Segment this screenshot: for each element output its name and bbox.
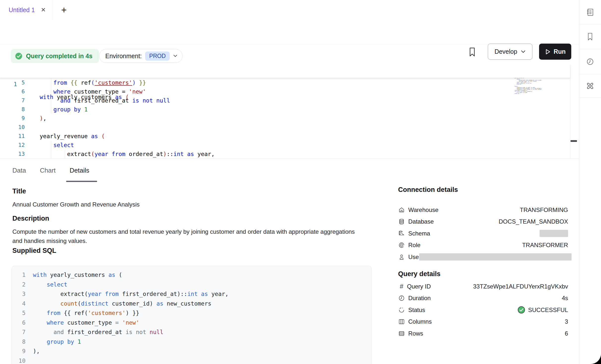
code-text: yearly_revenue as ( — [40, 132, 105, 141]
connection-row-warehouse: Warehouse TRANSFORMING — [398, 204, 568, 216]
supplied-sql-line: 7 and first_ordered_at is not null — [12, 327, 371, 337]
connection-row-database: Database DOCS_TEAM_SANDBOX — [398, 216, 568, 228]
query-id-value: 33TZseWpe1ALFDUYerxR1gVKxbv — [473, 283, 568, 290]
new-tab-button[interactable]: + — [56, 0, 71, 20]
code-text: and first_ordered_at is not null — [33, 327, 163, 337]
close-tab-icon[interactable]: ✕ — [41, 6, 46, 13]
run-button[interactable]: Run — [539, 44, 571, 60]
line-number: 9 — [12, 346, 26, 356]
supplied-sql-line: 10 — [12, 356, 371, 364]
editor-tab-bar: Untitled 1 ✕ + — [0, 0, 579, 20]
run-label: Run — [554, 48, 566, 55]
connection-row-role: Role TRANSFORMER — [398, 239, 568, 251]
schema-icon — [398, 230, 405, 237]
title-heading: Title — [12, 187, 26, 195]
supplied-sql-line: 1with yearly_customers as ( — [12, 270, 371, 280]
environment-selector[interactable]: Environment: PROD — [99, 49, 183, 63]
connection-row-schema: Schema — [398, 228, 568, 239]
develop-dropdown-button[interactable]: Develop — [488, 44, 532, 60]
description-heading: Description — [12, 215, 49, 222]
bookmark-button[interactable] — [467, 47, 477, 57]
supplied-sql-heading: Supplied SQL — [12, 247, 56, 255]
code-line[interactable]: 13 extract(year from ordered_at)::int as… — [0, 150, 570, 158]
redacted-user-value — [419, 253, 572, 260]
line-number: 5 — [12, 308, 26, 318]
details-panel: Title Annual Customer Growth and Revenue… — [0, 182, 579, 364]
line-number: 7 — [12, 327, 26, 337]
query-row-columns: Columns 3 — [398, 316, 568, 328]
success-check-icon — [518, 306, 525, 314]
tab-data[interactable]: Data — [12, 159, 26, 182]
right-icon-sidebar — [579, 0, 601, 364]
query-status-text: Query completed in 4s — [26, 52, 92, 60]
description-value: Compute the number of new customers and … — [12, 227, 364, 245]
code-line[interactable]: 12 select — [0, 141, 570, 150]
line-number: 13 — [0, 150, 25, 158]
history-clock-icon — [586, 57, 594, 66]
line-number: 11 — [0, 132, 25, 141]
explore-panel-button[interactable] — [579, 74, 601, 98]
code-line[interactable]: 11yearly_revenue as ( — [0, 132, 570, 141]
rows-icon — [398, 330, 405, 337]
code-text: from {{ ref('customers') }} — [33, 308, 139, 318]
columns-icon — [398, 318, 405, 325]
line-number: 8 — [12, 337, 26, 347]
code-text: ), — [33, 346, 40, 356]
code-text: with yearly_customers as ( — [33, 270, 122, 280]
code-text: where customer_type = 'new' — [33, 318, 139, 328]
editor-lines: 5 from {{ ref('customers') }}6 where cus… — [0, 78, 570, 158]
title-value: Annual Customer Growth and Revenue Analy… — [12, 200, 140, 209]
role-icon — [398, 242, 405, 249]
code-text: select — [40, 141, 74, 150]
user-icon — [398, 254, 405, 260]
line-number: 4 — [12, 299, 26, 309]
tab-title: Untitled 1 — [9, 6, 35, 14]
database-icon — [398, 218, 405, 225]
line-number: 1 — [12, 270, 26, 280]
rows-value: 6 — [565, 330, 568, 337]
code-text: extract(year from ordered_at)::int as ye… — [40, 150, 215, 158]
code-line[interactable]: 10 — [0, 123, 570, 132]
query-status-pill: Query completed in 4s — [11, 49, 99, 63]
line-number: 6 — [12, 318, 26, 328]
sql-editor[interactable]: 1 with yearly_customers as ( 5 from {{ r… — [0, 64, 579, 158]
line-number: 10 — [0, 123, 25, 132]
tab-chart[interactable]: Chart — [40, 159, 56, 182]
bookmarks-panel-button[interactable] — [579, 24, 601, 49]
code-line[interactable]: 5 from {{ ref('customers') }} — [0, 78, 570, 87]
code-text: count(distinct customer_id) as new_custo… — [33, 299, 211, 309]
bookmark-icon — [467, 47, 477, 57]
code-line[interactable]: 8 group by 1 — [0, 105, 570, 114]
scrollbar-thumb[interactable] — [571, 140, 577, 142]
minimap-line: order by 1 — [515, 93, 547, 94]
supplied-sql-line: 9), — [12, 346, 371, 356]
status-spinner-icon — [398, 307, 405, 313]
chevron-down-icon — [173, 54, 177, 57]
results-tab-bar: Data Chart Details — [0, 158, 579, 182]
toolbar: Develop Run — [0, 20, 579, 44]
status-value: SUCCESSFUL — [518, 306, 568, 314]
duration-clock-icon — [398, 295, 405, 302]
environment-value-chip: PROD — [145, 52, 169, 61]
line-number: 12 — [0, 141, 25, 150]
database-value: DOCS_TEAM_SANDBOX — [499, 218, 568, 225]
code-text: group by 1 — [40, 105, 88, 114]
query-row-duration: Duration 4s — [398, 292, 568, 304]
query-row-id: # Query ID 33TZseWpe1ALFDUYerxR1gVKxbv — [398, 281, 568, 292]
main-area: Untitled 1 ✕ + Develop Run Query complet… — [0, 0, 579, 364]
tab-untitled-1[interactable]: Untitled 1 ✕ — [0, 0, 53, 20]
notebook-panel-button[interactable] — [579, 0, 601, 24]
check-circle-icon — [15, 52, 23, 60]
supplied-sql-line: 3 extract(year from first_ordered_at)::i… — [12, 289, 371, 299]
sticky-line[interactable]: 1 with yearly_customers as ( — [0, 65, 570, 78]
line-number: 10 — [12, 356, 26, 364]
tab-details[interactable]: Details — [70, 159, 89, 182]
code-line[interactable]: 9), — [0, 114, 570, 123]
line-number: 3 — [12, 289, 26, 299]
columns-value: 3 — [565, 318, 568, 325]
duration-value: 4s — [562, 295, 568, 302]
notebook-icon — [586, 8, 595, 17]
history-panel-button[interactable] — [579, 49, 601, 74]
redacted-schema-value — [540, 230, 568, 237]
warehouse-icon — [398, 207, 405, 213]
